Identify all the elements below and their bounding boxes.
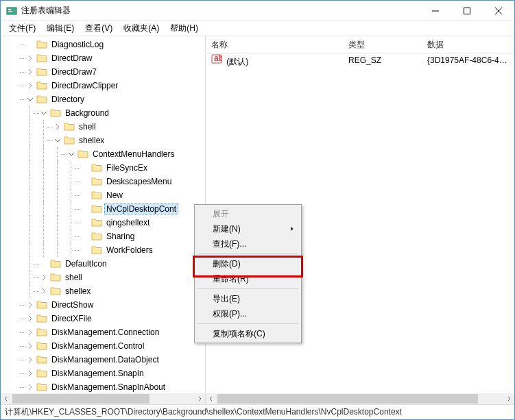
folder-icon: [36, 300, 47, 310]
expander-none: [80, 218, 90, 227]
chevron-right-icon[interactable]: [25, 314, 35, 323]
scrollbar-thumb[interactable]: [12, 394, 149, 404]
column-header-data[interactable]: 数据: [422, 36, 514, 53]
tree-item[interactable]: DirectShow: [1, 298, 205, 312]
context-delete[interactable]: 删除(D): [196, 256, 300, 271]
registry-tree[interactable]: DiagnosticLogDirectDrawDirectDraw7Direct…: [1, 36, 205, 393]
folder-icon: [36, 355, 47, 365]
tree-item-label: Sharing: [104, 231, 136, 242]
folder-icon: [50, 286, 61, 296]
tree-item-label: shell: [77, 121, 98, 132]
tree-item[interactable]: shellex: [1, 284, 205, 298]
expander-none: [80, 245, 90, 255]
tree-item[interactable]: Sharing: [1, 230, 205, 243]
chevron-right-icon[interactable]: [39, 273, 49, 282]
context-permissions[interactable]: 权限(P)...: [196, 306, 300, 321]
folder-icon: [64, 122, 75, 132]
chevron-right-icon[interactable]: [25, 328, 35, 337]
context-new[interactable]: 新建(N): [196, 221, 300, 236]
scroll-left-icon[interactable]: [206, 393, 217, 404]
chevron-down-icon[interactable]: [25, 95, 35, 104]
tree-item-label: DirectXFile: [49, 313, 94, 324]
tree-item[interactable]: DiskManagement.DataObject: [1, 353, 205, 367]
tree-item[interactable]: shellex: [1, 134, 205, 147]
tree-item-label: ContextMenuHandlers: [91, 149, 176, 160]
tree-item[interactable]: DiagnosticLog: [1, 38, 205, 51]
tree-item[interactable]: shell: [1, 271, 205, 284]
folder-icon: [91, 232, 102, 241]
tree-item[interactable]: DirectDraw7: [1, 65, 205, 79]
tree-item[interactable]: DiskManagement.Connection: [1, 325, 205, 339]
chevron-right-icon[interactable]: [25, 81, 35, 90]
app-icon: [6, 5, 17, 16]
context-copykeyname[interactable]: 复制项名称(C): [196, 326, 300, 341]
context-rename[interactable]: 重命名(R): [196, 271, 300, 286]
tree-item[interactable]: DirectDrawClipper: [1, 79, 205, 92]
menu-edit[interactable]: 编辑(E): [41, 21, 80, 36]
tree-item[interactable]: New: [1, 188, 205, 202]
tree-item-label: shellex: [77, 135, 106, 146]
chevron-down-icon[interactable]: [39, 108, 49, 118]
tree-item[interactable]: NvCplDesktopCont: [1, 202, 205, 216]
folder-icon: [91, 190, 102, 200]
scroll-right-icon[interactable]: [503, 393, 514, 404]
context-separator: [197, 288, 298, 289]
column-header-type[interactable]: 类型: [343, 36, 422, 53]
chevron-right-icon[interactable]: [25, 341, 35, 351]
chevron-right-icon[interactable]: [39, 286, 49, 296]
scrollbar-thumb[interactable]: [217, 394, 478, 404]
tree-item[interactable]: DiskManagement.SnapIn: [1, 367, 205, 380]
chevron-right-icon[interactable]: [25, 53, 35, 63]
tree-item[interactable]: FileSyncEx: [1, 161, 205, 175]
tree-item[interactable]: Background: [1, 106, 205, 120]
list-horizontal-scrollbar[interactable]: [206, 393, 514, 404]
chevron-right-icon[interactable]: [25, 382, 35, 392]
chevron-right-icon[interactable]: [25, 355, 35, 365]
context-new-label: 新建(N): [213, 223, 241, 235]
menu-favorites[interactable]: 收藏夹(A): [118, 21, 165, 36]
tree-item[interactable]: DiskManagement.SnapInAbout: [1, 380, 205, 393]
folder-icon: [36, 67, 47, 77]
chevron-right-icon[interactable]: [25, 369, 35, 378]
maximize-button[interactable]: [451, 1, 483, 21]
tree-pane: DiagnosticLogDirectDrawDirectDraw7Direct…: [1, 36, 206, 404]
menu-file[interactable]: 文件(F): [3, 21, 41, 36]
folder-icon: [36, 369, 47, 378]
chevron-down-icon[interactable]: [53, 136, 62, 145]
tree-horizontal-scrollbar[interactable]: [1, 393, 205, 404]
chevron-right-icon[interactable]: [53, 122, 62, 132]
close-button[interactable]: [483, 1, 514, 21]
menu-view[interactable]: 查看(V): [80, 21, 118, 36]
tree-item[interactable]: WorkFolders: [1, 243, 205, 257]
tree-item[interactable]: DirectDraw: [1, 51, 205, 65]
tree-item-label: DefaultIcon: [63, 258, 109, 269]
tree-item[interactable]: DirectXFile: [1, 312, 205, 325]
value-name-cell: ab (默认): [206, 53, 343, 69]
folder-icon: [36, 314, 47, 323]
chevron-down-icon[interactable]: [67, 149, 76, 159]
tree-item[interactable]: shell: [1, 120, 205, 134]
list-row[interactable]: ab (默认) REG_SZ {3D1975AF-48C6-4f8e-: [206, 53, 514, 67]
column-header-name[interactable]: 名称: [206, 36, 343, 53]
tree-item[interactable]: ContextMenuHandlers: [1, 147, 205, 161]
menu-help[interactable]: 帮助(H): [165, 21, 204, 36]
tree-item-label: DiskManagement.SnapInAbout: [49, 382, 167, 393]
tree-item[interactable]: DeskscapesMenu: [1, 175, 205, 188]
expander-none: [39, 259, 49, 269]
tree-item[interactable]: qingshellext: [1, 216, 205, 230]
context-export[interactable]: 导出(E): [196, 291, 300, 306]
context-find[interactable]: 查找(F)...: [196, 236, 300, 251]
chevron-right-icon[interactable]: [25, 67, 35, 77]
tree-item[interactable]: DefaultIcon: [1, 257, 205, 271]
folder-icon: [50, 259, 61, 269]
tree-item[interactable]: Directory: [1, 92, 205, 106]
tree-item[interactable]: DiskManagement.Control: [1, 339, 205, 353]
folder-icon: [36, 382, 47, 392]
scroll-right-icon[interactable]: [194, 393, 205, 404]
tree-item-label: New: [104, 190, 125, 201]
chevron-right-icon[interactable]: [25, 300, 35, 310]
minimize-button[interactable]: [420, 1, 451, 21]
scroll-left-icon[interactable]: [1, 393, 12, 404]
tree-item-label: Directory: [49, 94, 86, 105]
tree-item-label: DiskManagement.Control: [49, 341, 146, 351]
